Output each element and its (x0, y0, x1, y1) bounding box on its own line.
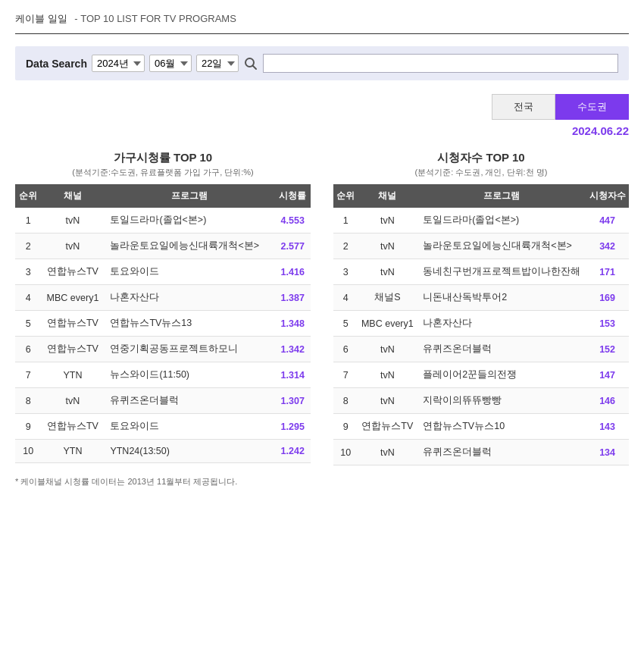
cell-program: YTN24(13:50) (104, 440, 274, 463)
cell-rating: 143 (586, 414, 629, 440)
cell-rating: 147 (586, 362, 629, 388)
cell-rating: 1.307 (275, 388, 311, 414)
cell-rating: 171 (586, 259, 629, 285)
cell-channel: 연합뉴스TV (358, 414, 417, 440)
cell-rank: 2 (333, 233, 358, 259)
region-btn-metro[interactable]: 수도권 (555, 94, 629, 120)
cell-channel: MBC every1 (358, 311, 417, 337)
cell-program: 놀라운토요일에능신대륙개척<본> (417, 233, 586, 259)
year-select[interactable]: 2024년 (92, 55, 145, 72)
col-rank-h: 순위 (15, 184, 42, 208)
household-table-section: 가구시청률 TOP 10 (분석기준:수도권, 유료플랫폼 가입 가구, 단위:… (15, 151, 311, 465)
cell-program: 놀라운토요일에능신대륙개척<본> (104, 233, 274, 259)
cell-program: 플레이어2꾼들의전쟁 (417, 362, 586, 388)
footnote: * 케이블채널 시청률 데이터는 2013년 11월부터 제공됩니다. (15, 476, 629, 487)
table-row: 3 연합뉴스TV 토요와이드 1.416 (15, 259, 311, 285)
table-row: 5 MBC every1 나혼자산다 153 (333, 311, 629, 337)
cell-channel: tvN (42, 388, 105, 414)
cell-program: 나혼자산다 (104, 285, 274, 311)
search-input[interactable] (263, 54, 618, 73)
cell-channel: 연합뉴스TV (42, 259, 105, 285)
region-btn-national[interactable]: 전국 (492, 94, 555, 120)
page-subtitle: - TOP 10 LIST FOR TV PROGRAMS (74, 13, 236, 24)
cell-channel: tvN (358, 337, 417, 362)
household-table: 순위 채널 프로그램 시청률 1 tvN 토일드라마(졸업<본>) 4.553 … (15, 184, 311, 463)
cell-rank: 4 (333, 285, 358, 311)
cell-program: 유퀴즈온더블럭 (104, 388, 274, 414)
table-row: 5 연합뉴스TV 연합뉴스TV뉴스13 1.348 (15, 311, 311, 337)
cell-channel: 연합뉴스TV (42, 311, 105, 337)
cell-program: 동네친구번개프로젝트밥이나한잔해 (417, 259, 586, 285)
cell-rank: 5 (15, 311, 42, 337)
month-select[interactable]: 06월 (149, 55, 192, 72)
table-row: 9 연합뉴스TV 토요와이드 1.295 (15, 414, 311, 440)
table-row: 6 tvN 유퀴즈온더블럭 152 (333, 337, 629, 362)
search-button[interactable] (243, 56, 258, 71)
svg-line-1 (252, 65, 256, 69)
col-program-h: 프로그램 (104, 184, 274, 208)
cell-channel: tvN (358, 440, 417, 465)
cell-channel: tvN (358, 388, 417, 414)
cell-rank: 1 (333, 208, 358, 233)
date-label: 2024.06.22 (15, 124, 629, 137)
table-row: 1 tvN 토일드라마(졸업<본>) 447 (333, 208, 629, 233)
cell-rating: 342 (586, 233, 629, 259)
table-row: 3 tvN 동네친구번개프로젝트밥이나한잔해 171 (333, 259, 629, 285)
cell-program: 연중기획공동프로젝트하모니 (104, 337, 274, 362)
tables-wrap: 가구시청률 TOP 10 (분석기준:수도권, 유료플랫폼 가입 가구, 단위:… (15, 151, 629, 465)
table-row: 10 tvN 유퀴즈온더블럭 134 (333, 440, 629, 465)
cell-program: 토일드라마(졸업<본>) (104, 208, 274, 233)
cell-channel: 연합뉴스TV (42, 414, 105, 440)
cell-channel: tvN (358, 208, 417, 233)
viewers-table-title: 시청자수 TOP 10 (333, 151, 629, 165)
cell-rank: 8 (15, 388, 42, 414)
cell-program: 토일드라마(졸업<본>) (417, 208, 586, 233)
cell-rating: 169 (586, 285, 629, 311)
search-icon (243, 56, 258, 71)
day-select[interactable]: 22일 (196, 55, 239, 72)
table-row: 8 tvN 지락이의뜌뜌빵빵 146 (333, 388, 629, 414)
col-rank-v: 순위 (333, 184, 358, 208)
cell-program: 지락이의뜌뜌빵빵 (417, 388, 586, 414)
cell-channel: tvN (358, 259, 417, 285)
table-row: 2 tvN 놀라운토요일에능신대륙개척<본> 342 (333, 233, 629, 259)
cell-channel: MBC every1 (42, 285, 105, 311)
cell-channel: YTN (42, 440, 105, 463)
col-channel-h: 채널 (42, 184, 105, 208)
viewers-table-section: 시청자수 TOP 10 (분석기준: 수도권, 개인, 단위:천 명) 순위 채… (333, 151, 629, 465)
cell-program: 연합뉴스TV뉴스13 (104, 311, 274, 337)
table-row: 2 tvN 놀라운토요일에능신대륙개척<본> 2.577 (15, 233, 311, 259)
cell-program: 토요와이드 (104, 259, 274, 285)
cell-rank: 2 (15, 233, 42, 259)
cell-program: 연합뉴스TV뉴스10 (417, 414, 586, 440)
cell-rank: 4 (15, 285, 42, 311)
cell-rank: 5 (333, 311, 358, 337)
table-row: 7 tvN 플레이어2꾼들의전쟁 147 (333, 362, 629, 388)
cell-program: 나혼자산다 (417, 311, 586, 337)
col-rating-v: 시청자수 (586, 184, 629, 208)
table-row: 10 YTN YTN24(13:50) 1.242 (15, 440, 311, 463)
cell-channel: tvN (42, 208, 105, 233)
cell-rating: 1.348 (275, 311, 311, 337)
table-row: 6 연합뉴스TV 연중기획공동프로젝트하모니 1.342 (15, 337, 311, 362)
cell-channel: YTN (42, 362, 105, 388)
household-table-subtitle: (분석기준:수도권, 유료플랫폼 가입 가구, 단위:%) (15, 167, 311, 178)
cell-rank: 10 (15, 440, 42, 463)
table-row: 4 채널S 니돈내산독박투어2 169 (333, 285, 629, 311)
cell-rating: 152 (586, 337, 629, 362)
cell-program: 유퀴즈온더블럭 (417, 337, 586, 362)
cell-channel: 채널S (358, 285, 417, 311)
cell-rating: 1.295 (275, 414, 311, 440)
cell-rank: 3 (15, 259, 42, 285)
cell-rating: 153 (586, 311, 629, 337)
col-program-v: 프로그램 (417, 184, 586, 208)
col-channel-v: 채널 (358, 184, 417, 208)
cell-rating: 2.577 (275, 233, 311, 259)
table-row: 8 tvN 유퀴즈온더블럭 1.307 (15, 388, 311, 414)
table-row: 9 연합뉴스TV 연합뉴스TV뉴스10 143 (333, 414, 629, 440)
household-table-title: 가구시청률 TOP 10 (15, 151, 311, 165)
table-row: 1 tvN 토일드라마(졸업<본>) 4.553 (15, 208, 311, 233)
col-rating-h: 시청률 (275, 184, 311, 208)
cell-program: 니돈내산독박투어2 (417, 285, 586, 311)
table-row: 7 YTN 뉴스와이드(11:50) 1.314 (15, 362, 311, 388)
